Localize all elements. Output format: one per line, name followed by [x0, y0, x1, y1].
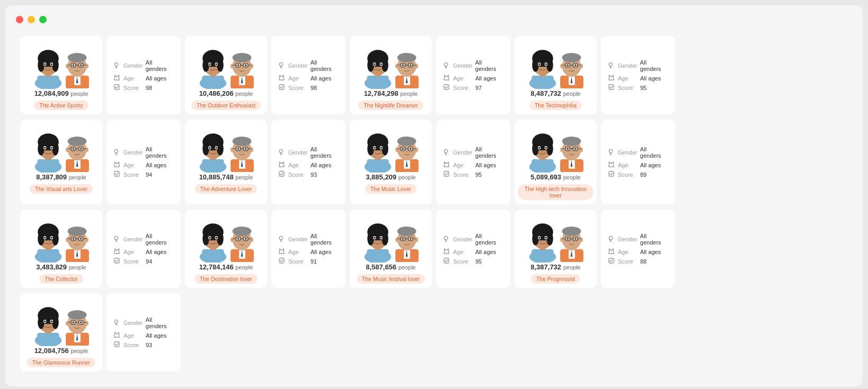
info-row-score: Score98 — [113, 84, 174, 91]
svg-point-257 — [579, 147, 582, 152]
svg-point-132 — [609, 62, 613, 66]
persona-label[interactable]: The Technophilia — [529, 101, 582, 110]
svg-point-431 — [80, 322, 82, 323]
spacer — [601, 293, 675, 372]
info-value-text: 95 — [475, 258, 482, 265]
svg-point-427 — [84, 321, 88, 325]
info-row-score: Score95 — [442, 171, 504, 178]
svg-point-209 — [367, 142, 374, 155]
avatar-card-high-tech-innovation[interactable]: 5,089,693 peopleThe High-tech Innovation… — [515, 120, 597, 204]
info-row-age: AgeAll ages — [113, 161, 174, 168]
svg-point-335 — [241, 241, 243, 242]
gender-icon — [442, 149, 450, 156]
svg-point-166 — [115, 149, 118, 152]
age-icon — [278, 161, 285, 168]
persona-label[interactable]: The Destination lover — [194, 274, 258, 284]
gender-icon — [607, 62, 615, 69]
info-row-age: AgeAll ages — [113, 75, 174, 82]
svg-point-193 — [245, 148, 246, 150]
avatar-card-glamorous-runner[interactable]: 12,084,756 peopleThe Glamorous Runner — [20, 293, 102, 372]
svg-point-10 — [50, 63, 52, 65]
avatar-card-nightlife-dreamer[interactable]: 12,784,298 peopleThe Nightlife Dreamer — [350, 36, 432, 114]
svg-point-112 — [545, 63, 547, 65]
info-row-age: AgeAll ages — [113, 332, 174, 339]
avatar-card-progressist[interactable]: 8,387,732 peopleThe Progressist — [515, 210, 597, 288]
minimize-button[interactable] — [28, 16, 35, 23]
svg-point-187 — [232, 137, 251, 146]
svg-point-77 — [373, 63, 375, 65]
svg-point-267 — [570, 151, 572, 152]
persona-label[interactable]: The Glamorous Runner — [27, 358, 96, 367]
info-row-score: Score94 — [113, 171, 174, 178]
avatar-card-active-sporty[interactable]: 12,084,909 peopleThe Active Sporty — [20, 36, 102, 114]
info-row-gender: GenderAll genders — [607, 146, 669, 159]
svg-point-155 — [84, 147, 88, 152]
svg-point-180 — [215, 147, 217, 149]
persona-label[interactable]: The Adventure Lover — [195, 184, 257, 194]
info-value-text: 97 — [475, 85, 482, 91]
persona-label[interactable]: The Music festival lover — [357, 274, 426, 284]
avatar-card-adventure-lover[interactable]: 10,885,748 peopleThe Adventure Lover — [185, 120, 267, 204]
persona-label[interactable]: The Nightlife Dreamer — [358, 101, 423, 110]
persona-label[interactable]: The High-tech Innovation lover — [518, 184, 594, 200]
gender-icon — [278, 62, 285, 69]
persona-label[interactable]: The Visual arts Lover — [30, 184, 93, 194]
info-row-score: Score97 — [442, 84, 504, 91]
avatar-card-destination-lover[interactable]: 12,784,146 peopleThe Destination lover — [185, 210, 267, 288]
info-label-text: Gender — [288, 62, 307, 69]
info-label-text: Age — [288, 249, 307, 255]
svg-point-199 — [241, 151, 243, 152]
svg-point-396 — [566, 238, 568, 240]
avatar-card-technophilia[interactable]: 8,487,732 peopleThe Technophilia — [515, 36, 597, 114]
persona-label[interactable]: The Outdoor Enthusiast — [191, 101, 261, 110]
info-label-text: Gender — [123, 236, 143, 242]
svg-point-295 — [80, 238, 82, 240]
info-row-gender: GenderAll genders — [607, 233, 669, 246]
svg-point-426 — [66, 321, 69, 325]
info-label-text: Gender — [123, 62, 143, 69]
age-icon — [113, 161, 120, 168]
svg-point-52 — [231, 64, 234, 68]
avatar-card-visual-arts-lover[interactable]: 8,387,809 peopleThe Visual arts Lover — [20, 120, 102, 204]
svg-point-64 — [280, 62, 283, 66]
svg-point-249 — [542, 150, 544, 151]
info-label-text: Score — [453, 258, 472, 265]
avatar-card-outdoor-enthusiast[interactable]: 10,486,206 peopleThe Outdoor Enthusiast — [185, 36, 267, 114]
info-value-text: All ages — [475, 249, 496, 255]
info-row-gender: GenderAll genders — [113, 146, 174, 159]
svg-point-290 — [66, 237, 69, 242]
avatar-card-music-lover[interactable]: 3,885,209 peopleThe Music Lover — [350, 120, 432, 204]
svg-point-324 — [231, 237, 234, 242]
info-label-text: Age — [123, 75, 143, 82]
svg-point-141 — [38, 142, 45, 155]
info-row-age: AgeAll ages — [278, 75, 339, 82]
svg-point-223 — [414, 147, 418, 152]
svg-point-40 — [217, 58, 224, 71]
svg-point-79 — [377, 66, 379, 68]
svg-point-44 — [215, 63, 217, 65]
persona-label[interactable]: The Progressist — [531, 274, 581, 284]
svg-point-154 — [66, 147, 69, 152]
svg-point-176 — [217, 142, 224, 155]
gender-icon — [278, 149, 285, 156]
persona-label[interactable]: The Music Lover — [365, 184, 417, 194]
maximize-button[interactable] — [39, 16, 47, 23]
svg-rect-1 — [37, 76, 59, 86]
avatar-card-collector[interactable]: 3,483,829 peopleThe Collector — [20, 210, 102, 288]
svg-point-6 — [52, 58, 59, 71]
info-value-text: 95 — [640, 85, 646, 91]
svg-point-234 — [445, 149, 448, 152]
persona-label[interactable]: The Active Sporty — [34, 101, 88, 110]
age-icon — [442, 75, 450, 82]
avatar-card-music-festival-lover[interactable]: 8,587,656 peopleThe Music festival lover — [350, 210, 432, 288]
info-card-adventure-lover: GenderAll gendersAgeAll agesScore93 — [271, 120, 346, 204]
persona-label[interactable]: The Collector — [39, 274, 83, 284]
close-button[interactable] — [16, 16, 23, 23]
info-row-age: AgeAll ages — [607, 248, 669, 255]
svg-point-419 — [47, 323, 49, 325]
score-icon — [278, 84, 285, 91]
svg-point-385 — [542, 240, 544, 241]
svg-point-282 — [50, 237, 52, 239]
info-label-text: Gender — [618, 62, 637, 69]
info-card-destination-lover: GenderAll gendersAgeAll agesScore91 — [271, 210, 346, 288]
